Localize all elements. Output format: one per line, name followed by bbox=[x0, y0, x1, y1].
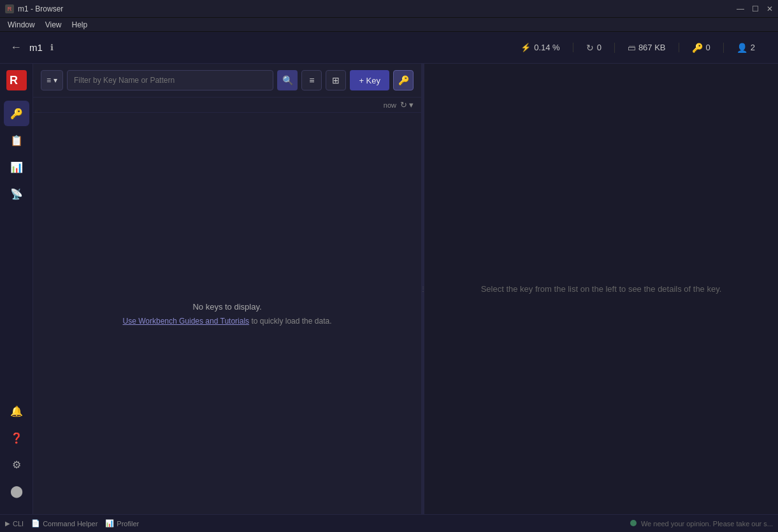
refresh-button[interactable]: ↻ ▾ bbox=[400, 100, 414, 110]
cli-arrow-icon: ▶ bbox=[5, 520, 10, 527]
clients-value: 2 bbox=[751, 43, 755, 52]
bottom-bar: ▶ CLI 📄 Command Helper 📊 Profiler We nee… bbox=[0, 514, 778, 532]
commands-icon: ↻ bbox=[586, 43, 594, 53]
title-bar: R m1 - Browser — ☐ ✕ bbox=[0, 0, 778, 18]
cpu-value: 0.14 % bbox=[534, 43, 559, 52]
search-icon: 🔍 bbox=[282, 75, 293, 85]
stat-cpu: ⚡ 0.14 % bbox=[508, 43, 573, 52]
notifications-icon: 🔔 bbox=[10, 405, 23, 417]
refresh-icon: ↻ bbox=[400, 100, 407, 110]
stat-commands: ↻ 0 bbox=[573, 43, 615, 53]
command-helper-label: Command Helper bbox=[43, 520, 97, 528]
command-helper-icon: 📄 bbox=[31, 519, 40, 528]
window-title: m1 - Browser bbox=[18, 4, 737, 13]
help-icon: ❓ bbox=[10, 432, 23, 444]
cli-label: CLI bbox=[13, 520, 24, 528]
menu-window[interactable]: Window bbox=[3, 18, 40, 31]
sidebar-item-notifications[interactable]: 🔔 bbox=[4, 398, 29, 424]
refresh-chevron: ▾ bbox=[409, 100, 414, 110]
keys-stat-icon: 🔑 bbox=[692, 43, 703, 53]
sidebar-item-help[interactable]: ❓ bbox=[4, 425, 29, 450]
sidebar-item-pubsub[interactable]: 📡 bbox=[4, 181, 29, 206]
stat-clients: 👤 2 bbox=[724, 43, 768, 53]
sidebar-item-keys[interactable]: 🔑 bbox=[4, 101, 29, 126]
menu-help[interactable]: Help bbox=[66, 18, 92, 31]
menu-bar: Window View Help bbox=[0, 18, 778, 32]
browser-nav-icon: 📋 bbox=[10, 134, 23, 147]
content-area: R 🔑 📋 📊 📡 🔔 ❓ bbox=[0, 64, 778, 514]
filter-chevron-icon: ▾ bbox=[54, 76, 57, 85]
close-button[interactable]: ✕ bbox=[767, 4, 773, 13]
analytics-nav-icon: 📊 bbox=[10, 161, 23, 173]
guide-suffix: to quickly load the data. bbox=[249, 317, 331, 326]
sidebar-item-analytics[interactable]: 📊 bbox=[4, 154, 29, 180]
header-bar: ← m1 ℹ ⚡ 0.14 % ↻ 0 🗃 867 KB 🔑 0 bbox=[0, 32, 778, 64]
connection-name: m1 bbox=[29, 42, 43, 53]
filter-type-icon: ≡ bbox=[47, 76, 51, 85]
sidebar-item-settings[interactable]: ⚙ bbox=[4, 452, 29, 477]
sidebar-bottom: 🔔 ❓ ⚙ ⬤ bbox=[4, 398, 29, 509]
bottom-notice: We need your opinion. Please take our s.… bbox=[630, 520, 773, 528]
app-icon: R bbox=[5, 4, 14, 13]
filter-type-button[interactable]: ≡ ▾ bbox=[41, 70, 63, 90]
cpu-icon: ⚡ bbox=[521, 43, 531, 52]
command-helper-button[interactable]: 📄 Command Helper bbox=[31, 519, 97, 528]
detail-panel: Select the key from the list on the left… bbox=[424, 64, 778, 514]
keys-panel: ≡ ▾ 🔍 ≡ ⊞ + Key 🔑 bbox=[33, 64, 422, 514]
notice-text: We need your opinion. Please take our s.… bbox=[641, 520, 773, 528]
refresh-bar: now ↻ ▾ bbox=[33, 97, 421, 113]
notice-dot bbox=[630, 520, 637, 526]
cli-button[interactable]: ▶ CLI bbox=[5, 520, 24, 528]
keys-toolbar: ≡ ▾ 🔍 ≡ ⊞ + Key 🔑 bbox=[33, 64, 421, 97]
icon-sidebar: R 🔑 📋 📊 📡 🔔 ❓ bbox=[0, 64, 33, 514]
settings-icon: ⚙ bbox=[12, 459, 21, 471]
clients-icon: 👤 bbox=[737, 43, 747, 53]
search-button[interactable]: 🔍 bbox=[277, 70, 298, 90]
guide-link-container: Use Workbench Guides and Tutorials to qu… bbox=[123, 317, 332, 326]
commands-value: 0 bbox=[597, 43, 602, 52]
stat-memory: 🗃 867 KB bbox=[615, 43, 679, 52]
github-icon: ⬤ bbox=[10, 484, 23, 498]
profiler-label: Profiler bbox=[117, 520, 139, 528]
detail-hint: Select the key from the list on the left… bbox=[481, 284, 722, 294]
back-button[interactable]: ← bbox=[10, 41, 22, 54]
keys-empty-state: No keys to display. Use Workbench Guides… bbox=[33, 113, 421, 514]
svg-text:R: R bbox=[10, 74, 18, 87]
refresh-time: now bbox=[384, 101, 396, 109]
app-container: ← m1 ℹ ⚡ 0.14 % ↻ 0 🗃 867 KB 🔑 0 bbox=[0, 32, 778, 532]
memory-icon: 🗃 bbox=[628, 43, 635, 52]
pubsub-nav-icon: 📡 bbox=[10, 188, 23, 200]
key-nav-icon: 🔑 bbox=[10, 108, 23, 120]
add-key-label: + Key bbox=[359, 76, 380, 85]
sidebar-item-browser[interactable]: 📋 bbox=[4, 127, 29, 153]
info-icon[interactable]: ℹ bbox=[50, 43, 54, 52]
tree-view-button[interactable]: ⊞ bbox=[326, 70, 346, 90]
search-input[interactable] bbox=[67, 70, 273, 90]
app-logo: R bbox=[5, 69, 28, 92]
tree-icon: ⊞ bbox=[332, 75, 340, 85]
header-stats: ⚡ 0.14 % ↻ 0 🗃 867 KB 🔑 0 👤 2 bbox=[508, 43, 768, 53]
profiler-icon: 📊 bbox=[105, 519, 114, 528]
window-controls: — ☐ ✕ bbox=[737, 4, 773, 13]
add-key-button[interactable]: + Key bbox=[350, 70, 389, 90]
guide-link[interactable]: Use Workbench Guides and Tutorials bbox=[123, 317, 250, 326]
key-type-icon: 🔑 bbox=[398, 75, 409, 85]
stat-keys: 🔑 0 bbox=[679, 43, 724, 53]
keys-value: 0 bbox=[706, 43, 710, 52]
list-icon: ≡ bbox=[309, 75, 314, 85]
search-container bbox=[67, 70, 273, 90]
memory-value: 867 KB bbox=[638, 43, 666, 52]
menu-view[interactable]: View bbox=[40, 18, 67, 31]
list-view-button[interactable]: ≡ bbox=[301, 70, 322, 90]
maximize-button[interactable]: ☐ bbox=[752, 4, 759, 13]
minimize-button[interactable]: — bbox=[737, 4, 744, 13]
profiler-button[interactable]: 📊 Profiler bbox=[105, 519, 139, 528]
key-type-button[interactable]: 🔑 bbox=[393, 70, 414, 90]
sidebar-item-github[interactable]: ⬤ bbox=[4, 478, 29, 504]
no-keys-text: No keys to display. bbox=[192, 302, 261, 312]
